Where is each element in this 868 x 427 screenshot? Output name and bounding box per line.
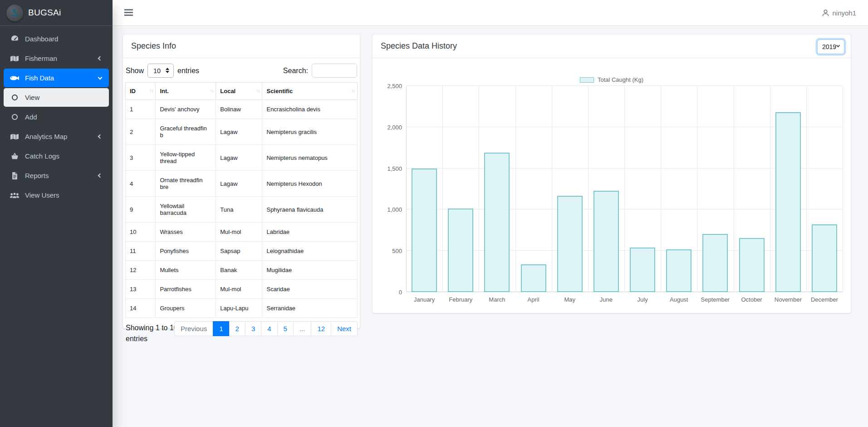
chart-legend[interactable]: Total Caught (Kg): [373, 76, 851, 83]
pagination-page-5[interactable]: 5: [277, 321, 294, 336]
table-cell: Wrasses: [156, 223, 216, 242]
pagination-page-1[interactable]: 1: [213, 321, 229, 336]
circle-icon: [9, 114, 20, 120]
table-cell: Leiognathidae: [262, 242, 358, 261]
y-axis-tick: 1,000: [387, 206, 402, 213]
bar-november: [775, 112, 801, 292]
page-length-value: 10: [153, 67, 161, 74]
sidebar-item-label: View Users: [25, 191, 59, 199]
species-info-title: Species Info: [123, 35, 360, 58]
v-gridline: [843, 86, 843, 292]
column-header-local[interactable]: Local↑↓: [216, 83, 262, 100]
brand-name: BUGSAi: [28, 8, 61, 18]
x-axis-tick: October: [741, 296, 762, 303]
x-axis-tick: May: [564, 296, 575, 303]
updown-arrows-icon: [166, 68, 169, 73]
sidebar: BUGSAi Dashboard Fisherman Fish Data Vie…: [0, 0, 113, 427]
pagination-page-3[interactable]: 3: [245, 321, 261, 336]
table-cell: Nemipterus gracilis: [262, 119, 358, 145]
v-gridline: [479, 86, 479, 292]
sidebar-item-label: Catch Logs: [25, 152, 59, 160]
table-cell: Mullets: [156, 261, 216, 280]
pagination-page-4[interactable]: 4: [261, 321, 277, 336]
bar-january: [412, 169, 437, 292]
sidebar-item-add[interactable]: Add: [4, 108, 109, 126]
chevron-left-icon: [98, 56, 103, 61]
pagination-page-2[interactable]: 2: [229, 321, 245, 336]
sidebar-item-fish-data[interactable]: Fish Data: [4, 69, 109, 87]
table-cell: Yellowtail barracuda: [156, 197, 216, 223]
species-history-title: Species Data History: [373, 35, 851, 58]
person-icon: [822, 9, 829, 17]
table-cell: 11: [126, 242, 156, 261]
v-gridline: [697, 86, 697, 292]
user-menu[interactable]: ninyoh1: [822, 0, 856, 25]
table-cell: 4: [126, 171, 156, 197]
table-cell: Serranidae: [262, 299, 358, 318]
search-input[interactable]: [312, 64, 357, 78]
x-axis-tick: December: [811, 296, 838, 303]
pagination-previous[interactable]: Previous: [174, 321, 213, 336]
bar-july: [630, 248, 655, 292]
brand[interactable]: BUGSAi: [0, 0, 113, 26]
v-gridline: [806, 86, 807, 292]
pagination-next[interactable]: Next: [331, 321, 358, 336]
column-header-scientific[interactable]: Scientific↑↓: [262, 83, 358, 100]
table-cell: Encrasicholina devis: [262, 100, 358, 119]
sidebar-item-view[interactable]: View: [4, 88, 109, 107]
sidebar-item-reports[interactable]: Reports: [4, 166, 109, 185]
v-gridline: [515, 86, 516, 292]
table-row: 3Yellow-tipped threadLagawNemipterus nem…: [126, 145, 358, 171]
sidebar-item-label: Add: [25, 113, 37, 121]
table-cell: Devis' anchovy: [156, 100, 216, 119]
map-icon: [9, 133, 20, 141]
page-length-select[interactable]: 10: [147, 64, 174, 78]
chevron-left-icon: [98, 134, 103, 139]
pagination-page-12[interactable]: 12: [311, 321, 331, 336]
table-cell: Sphyraena flavicauda: [262, 197, 358, 223]
table-row: 9Yellowtail barracudaTunaSphyraena flavi…: [126, 197, 358, 223]
circle-icon: [9, 94, 20, 100]
map-icon: [9, 55, 20, 63]
sidebar-item-dashboard[interactable]: Dashboard: [4, 30, 109, 48]
datatable-wrapper: Show 10 entries Search: ID↑↓Int.↑↓Local↑…: [123, 58, 360, 353]
year-select[interactable]: 2019: [817, 40, 844, 54]
table-row: 14GroupersLapu-LapuSerranidae: [126, 299, 358, 318]
x-axis-tick: February: [449, 296, 472, 303]
hamburger-icon[interactable]: [124, 9, 133, 17]
show-label: Show: [126, 67, 144, 75]
table-cell: Mul-mol: [216, 223, 262, 242]
year-select-value: 2019: [822, 43, 836, 50]
bar-october: [739, 238, 765, 292]
chevron-down-icon: [98, 75, 103, 79]
table-cell: 9: [126, 197, 156, 223]
bar-june: [593, 191, 619, 292]
table-cell: 12: [126, 261, 156, 280]
bar-december: [812, 224, 837, 292]
v-gridline: [770, 86, 770, 292]
x-axis-tick: March: [489, 296, 505, 303]
y-axis-tick: 500: [392, 248, 402, 254]
sidebar-item-fisherman[interactable]: Fisherman: [4, 49, 109, 68]
table-cell: Graceful threadfin b: [156, 119, 216, 145]
sidebar-item-view-users[interactable]: View Users: [4, 186, 109, 204]
table-cell: Nemipterus nematopus: [262, 145, 358, 171]
sidebar-item-analytics-map[interactable]: Analytics Map: [4, 127, 109, 146]
v-gridline: [552, 86, 552, 292]
sidebar-item-catch-logs[interactable]: Catch Logs: [4, 147, 109, 165]
table-cell: Nemipterus Hexodon: [262, 171, 358, 197]
column-header-id[interactable]: ID↑↓: [126, 83, 156, 100]
x-axis-tick: January: [414, 296, 435, 303]
table-cell: Groupers: [156, 299, 216, 318]
sort-icon: ↑↓: [210, 88, 213, 93]
bar-may: [557, 196, 583, 292]
table-cell: Lapu-Lapu: [216, 299, 262, 318]
column-header-int[interactable]: Int.↑↓: [156, 83, 216, 100]
legend-swatch-icon: [580, 77, 594, 83]
table-row: 2Graceful threadfin bLagawNemipterus gra…: [126, 119, 358, 145]
bar-september: [702, 234, 728, 292]
x-axis-tick: June: [600, 296, 613, 303]
x-axis-tick: August: [670, 296, 688, 303]
table-cell: 1: [126, 100, 156, 119]
table-cell: Mul-mol: [216, 280, 262, 299]
